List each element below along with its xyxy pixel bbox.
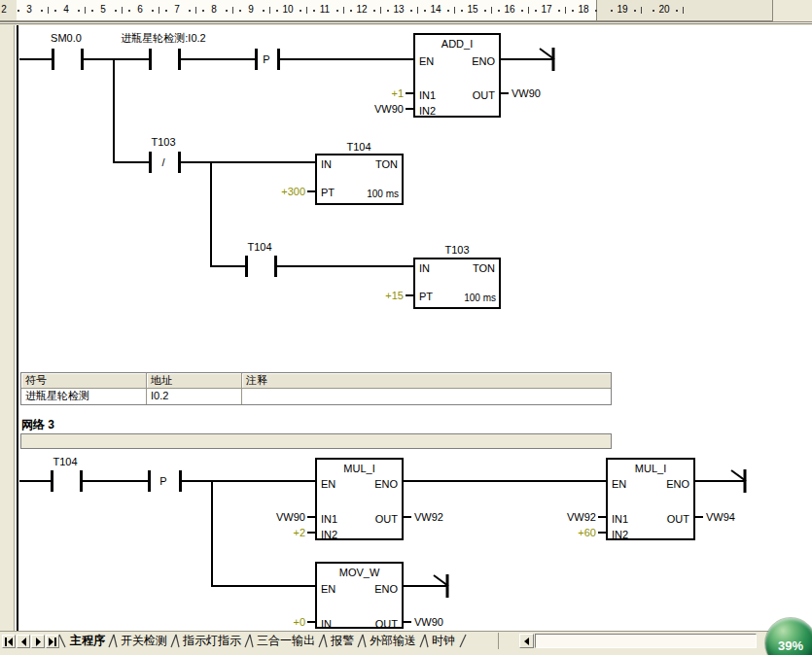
ruler-number: 15 (465, 4, 480, 16)
ruler-tick (572, 10, 574, 12)
wire (404, 585, 433, 587)
timer-title-t103[interactable]: T103 (428, 244, 486, 256)
contact-bar[interactable] (51, 470, 53, 492)
block-pin-en: EN (321, 583, 335, 595)
edge-contact-label[interactable]: P (154, 475, 173, 487)
hscroll-left-button[interactable] (519, 634, 534, 648)
ruler-tick (528, 7, 529, 14)
operand-pt[interactable]: +300 (257, 186, 305, 197)
wire (182, 480, 315, 482)
hscroll-track[interactable] (535, 634, 757, 648)
network3-comment-bar[interactable] (20, 433, 612, 449)
pin-stub (598, 532, 606, 534)
wire (280, 58, 413, 60)
header-address[interactable]: 地址 (147, 373, 242, 389)
ruler-number: 10 (280, 4, 296, 16)
ruler-tick (350, 10, 352, 12)
ruler-tick (300, 10, 301, 12)
ruler-tick (410, 10, 412, 12)
wire (181, 58, 255, 60)
ruler-tick (491, 7, 492, 14)
block-type-ton: TON (375, 158, 398, 170)
operand-out[interactable]: VW90 (414, 616, 443, 628)
tab-alarm[interactable]: 报警 (326, 634, 359, 648)
pin-stub (406, 92, 413, 94)
tab-clock[interactable]: 时钟 (427, 634, 460, 648)
header-comment[interactable]: 注释 (242, 373, 611, 389)
ruler-number: 5 (95, 4, 111, 16)
operand-out[interactable]: VW94 (706, 511, 735, 523)
block-pin-in2: IN2 (612, 529, 628, 540)
wire (210, 265, 245, 267)
ruler-number: 20 (656, 4, 672, 16)
header-symbol[interactable]: 符号 (21, 373, 147, 389)
block-add-i[interactable]: ADD_I EN ENO IN1 OUT IN2 (413, 33, 501, 118)
block-pin-pt: PT (419, 291, 433, 302)
cell-comment[interactable] (242, 389, 611, 404)
tab-main-program[interactable]: 主程序 (65, 634, 110, 648)
cell-address[interactable]: I0.2 (147, 389, 242, 404)
cell-symbol[interactable]: 进瓶星轮检测 (21, 389, 147, 404)
ruler-tick (91, 10, 93, 12)
operand-in[interactable]: +0 (266, 616, 305, 628)
contact-label-i02[interactable]: 进瓶星轮检测:I0.2 (76, 32, 251, 44)
contact-bar[interactable] (149, 49, 152, 70)
ruler-tick (232, 7, 233, 14)
network3-title[interactable]: 网络 3 (21, 418, 54, 431)
ruler-number: 12 (354, 4, 370, 16)
operand-in2[interactable]: +2 (266, 527, 305, 538)
block-ton-t104[interactable]: IN TON PT 100 ms (315, 154, 404, 205)
tab-switch-detect[interactable]: 开关检测 (116, 634, 172, 648)
ruler-tick (78, 10, 80, 12)
contact-bar[interactable] (52, 49, 54, 70)
operand-in2[interactable]: +60 (557, 527, 596, 538)
tab-divider-icon (458, 634, 468, 648)
operand-in1[interactable]: +1 (365, 87, 404, 99)
contact-bar[interactable] (148, 470, 151, 492)
ruler-tick (226, 10, 228, 12)
branch-wire (210, 162, 212, 267)
go-first-button[interactable] (2, 635, 16, 648)
ruler-tick (276, 10, 278, 12)
ruler-tick (380, 7, 381, 14)
block-mov-w[interactable]: MOV_W EN ENO IN OUT (315, 562, 404, 629)
edge-contact-label[interactable]: P (257, 53, 276, 65)
operand-in2[interactable]: VW90 (355, 103, 404, 115)
operand-pt[interactable]: +15 (359, 290, 404, 301)
pin-stub (598, 516, 606, 518)
block-ton-t103[interactable]: IN TON PT 100 ms (413, 258, 501, 309)
symbol-table-header: 符号 地址 注释 (21, 373, 611, 389)
block-pin-in2: IN2 (419, 105, 436, 117)
contact-label-t104[interactable]: T104 (230, 241, 289, 253)
block-pin-eno: ENO (374, 478, 398, 490)
timer-base: 100 ms (367, 189, 399, 199)
go-next-icon (34, 638, 43, 646)
block-pin-en: EN (419, 55, 434, 67)
go-next-button[interactable] (31, 635, 45, 648)
go-first-icon (4, 638, 14, 646)
ruler-tick (521, 10, 523, 12)
go-previous-button[interactable] (17, 635, 30, 648)
ruler-tick (676, 10, 678, 12)
wire (84, 58, 149, 60)
operand-in1[interactable]: VW92 (547, 511, 596, 523)
block-mul-i-2[interactable]: MUL_I EN ENO IN1 OUT IN2 (606, 458, 695, 540)
go-last-icon (48, 638, 57, 646)
block-mul-i-1[interactable]: MUL_I EN ENO IN1 OUT IN2 (315, 458, 404, 540)
ruler-tick (484, 10, 486, 12)
tab-external-transport[interactable]: 外部输送 (365, 634, 421, 648)
nc-contact-slash[interactable]: / (156, 156, 171, 168)
operand-out[interactable]: VW92 (414, 511, 443, 523)
operand-in1[interactable]: VW90 (257, 511, 305, 523)
ruler-tick (306, 7, 307, 14)
operand-out[interactable]: VW90 (512, 87, 541, 99)
timer-title-t104[interactable]: T104 (330, 141, 388, 153)
contact-bar[interactable] (245, 256, 248, 277)
tab-three-in-one-output[interactable]: 三合一输出 (252, 634, 320, 648)
block-pin-in: IN (321, 158, 332, 170)
power-rail (17, 25, 18, 632)
contact-label-t104[interactable]: T104 (36, 456, 94, 467)
contact-bar[interactable] (149, 152, 152, 173)
tab-indicator-light[interactable]: 指示灯指示 (178, 634, 246, 648)
contact-label-t103[interactable]: T103 (134, 136, 193, 148)
